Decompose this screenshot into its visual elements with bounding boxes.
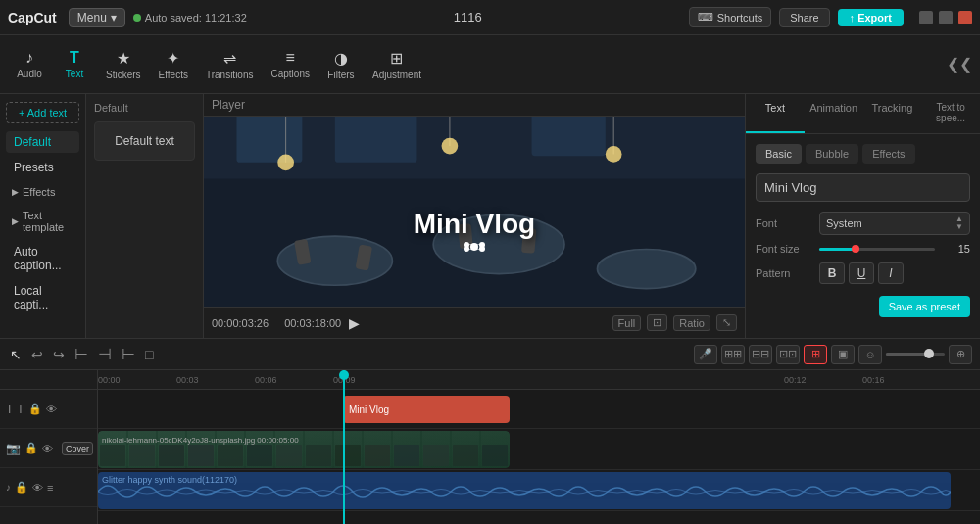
right-panel: Text Animation Tracking Text to spee... … — [745, 94, 980, 338]
ratio-button[interactable]: Ratio — [673, 315, 710, 331]
ruler-3: 00:03 — [176, 375, 199, 385]
svg-rect-35 — [159, 445, 184, 466]
export-button[interactable]: ↑ Export — [838, 9, 904, 26]
sidebar-item-default[interactable]: Default — [6, 131, 79, 153]
svg-rect-34 — [129, 445, 155, 466]
default-text-card[interactable]: Default text — [94, 121, 195, 161]
minimize-button[interactable] — [919, 11, 933, 24]
sidebar-item-local-caption[interactable]: Local capti... — [6, 280, 79, 315]
player-controls: 00:00:03:26 00:03:18:00 ▶ Full ⊡ Ratio ⤡ — [204, 307, 745, 338]
screenshot-button[interactable]: ⊡ — [647, 314, 667, 331]
captions-icon: ≡ — [286, 49, 295, 67]
tool-audio[interactable]: ♪ Audio — [8, 45, 51, 83]
play-button[interactable]: ▶ — [349, 315, 360, 331]
text-track-eye[interactable]: 👁 — [46, 404, 57, 415]
subtab-bubble[interactable]: Bubble — [806, 144, 858, 164]
tab-text[interactable]: Text — [746, 94, 805, 133]
redo-button[interactable]: ↪ — [51, 345, 67, 364]
tool-filters[interactable]: ◑ Filters — [319, 45, 363, 84]
player-video: Mini Vlog — [204, 117, 745, 307]
undo-button[interactable]: ↩ — [29, 345, 45, 364]
tool-effects[interactable]: ✦ Effects — [151, 45, 196, 84]
fullscreen-button[interactable]: Full — [612, 315, 642, 331]
tl-tool-7[interactable]: ⊕ — [949, 345, 972, 364]
italic-button[interactable]: I — [878, 262, 904, 284]
svg-rect-45 — [453, 445, 478, 466]
left-panel: + Add text Default Presets Effects Text … — [0, 94, 86, 338]
text-track-lock[interactable]: 🔒 — [28, 403, 42, 415]
tl-tool-5[interactable]: ▣ — [831, 345, 855, 364]
collapse-toolbar-button[interactable]: ❮❮ — [947, 55, 972, 73]
zoom-slider[interactable] — [886, 353, 945, 356]
tl-tool-4[interactable]: ⊞ — [804, 345, 827, 364]
shortcuts-button[interactable]: ⌨ Shortcuts — [689, 7, 771, 27]
close-button[interactable] — [958, 11, 972, 24]
subtab-basic[interactable]: Basic — [756, 144, 802, 164]
sidebar-item-text-template[interactable]: Text template — [6, 206, 79, 237]
video-track: nikolai-lehmann-05cDK4y2oJ8-unsplash.jpg… — [98, 429, 980, 470]
right-panel-tabs: Text Animation Tracking Text to spee... — [746, 94, 980, 134]
tool-text[interactable]: T Text — [53, 45, 96, 83]
menu-button[interactable]: Menu ▾ — [69, 8, 125, 27]
timeline-ruler: 00:00 00:03 00:06 00:09 00:12 00:16 — [98, 370, 980, 390]
tool-captions[interactable]: ≡ Captions — [264, 45, 318, 83]
video-track-icon: 📷 — [6, 442, 21, 455]
expand-button[interactable]: ⤡ — [716, 314, 737, 331]
tab-tracking[interactable]: Tracking — [863, 94, 922, 133]
text-content-input[interactable] — [756, 173, 970, 202]
tl-tool-1[interactable]: ⊞⊞ — [721, 345, 745, 364]
tab-text-to-speech[interactable]: Text to spee... — [921, 94, 980, 133]
mic-button[interactable]: 🎤 — [694, 345, 717, 364]
autosave-dot — [133, 14, 141, 22]
tab-animation[interactable]: Animation — [805, 94, 863, 133]
sidebar-item-presets[interactable]: Presets — [6, 157, 79, 178]
select-tool-button[interactable]: ↖ — [8, 345, 24, 364]
audio-track-eye[interactable]: 👁 — [32, 482, 43, 494]
font-size-row: Font size 15 — [756, 243, 970, 255]
tl-tool-6[interactable]: ☺ — [858, 345, 882, 364]
player-area: Player — [204, 94, 745, 338]
svg-rect-9 — [236, 117, 302, 163]
maximize-button[interactable] — [939, 11, 953, 24]
subtab-effects[interactable]: Effects — [862, 144, 914, 164]
save-preset-row: Save as preset — [756, 292, 970, 317]
tl-tool-3[interactable]: ⊡⊡ — [776, 345, 800, 364]
font-spinner[interactable]: ▲ ▼ — [956, 215, 963, 231]
slider-fill — [819, 248, 854, 251]
tl-tool-2[interactable]: ⊟⊟ — [749, 345, 772, 364]
topbar: CapCut Menu ▾ Auto saved: 11:21:32 1116 … — [0, 0, 980, 35]
font-size-slider[interactable] — [819, 248, 935, 251]
svg-rect-41 — [335, 445, 361, 466]
underline-button[interactable]: U — [849, 262, 874, 284]
video-track-eye[interactable]: 👁 — [42, 443, 53, 454]
share-button[interactable]: Share — [779, 8, 829, 27]
text-track: Mini Vlog — [98, 390, 980, 429]
trim-left-button[interactable]: ⊣ — [96, 343, 114, 365]
tool-adjustment[interactable]: ⊞ Adjustment — [365, 45, 429, 84]
delete-button[interactable]: □ — [143, 345, 155, 364]
ruler-6: 00:06 — [255, 375, 277, 385]
audio-track-lock[interactable]: 🔒 — [15, 481, 28, 494]
audio-track-extra[interactable]: ≡ — [47, 482, 53, 494]
video-clip[interactable]: nikolai-lehmann-05cDK4y2oJ8-unsplash.jpg… — [98, 431, 510, 468]
sidebar-item-auto-caption[interactable]: Auto caption... — [6, 241, 79, 276]
font-selector[interactable]: System ▲ ▼ — [819, 212, 970, 235]
cover-badge: Cover — [62, 442, 93, 455]
audio-clip[interactable]: Glitter happy synth sound(112170) // We'… — [98, 472, 951, 509]
tool-transitions[interactable]: ⇌ Transitions — [198, 45, 262, 84]
audio-waveform: Glitter happy synth sound(112170) // We'… — [98, 472, 951, 509]
save-preset-button[interactable]: Save as preset — [879, 296, 970, 317]
timeline-right-tools: 🎤 ⊞⊞ ⊟⊟ ⊡⊡ ⊞ ▣ ☺ ⊕ — [694, 345, 972, 364]
audio-track-header: ♪ 🔒 👁 ≡ — [0, 468, 97, 507]
tool-stickers[interactable]: ★ Stickers — [98, 45, 149, 84]
svg-rect-10 — [335, 117, 417, 163]
split-button[interactable]: ⊢ — [73, 343, 90, 365]
add-text-button[interactable]: + Add text — [6, 102, 79, 123]
filters-icon: ◑ — [334, 49, 348, 68]
bold-button[interactable]: B — [819, 262, 845, 284]
sidebar-item-effects[interactable]: Effects — [6, 182, 79, 202]
video-track-lock[interactable]: 🔒 — [24, 442, 38, 454]
mini-vlog-clip[interactable]: Mini Vlog — [343, 396, 510, 423]
timeline-body: T T 🔒 👁 📷 🔒 👁 Cover ♪ 🔒 👁 ≡ — [0, 370, 980, 524]
trim-right-button[interactable]: ⊢ — [120, 343, 137, 365]
